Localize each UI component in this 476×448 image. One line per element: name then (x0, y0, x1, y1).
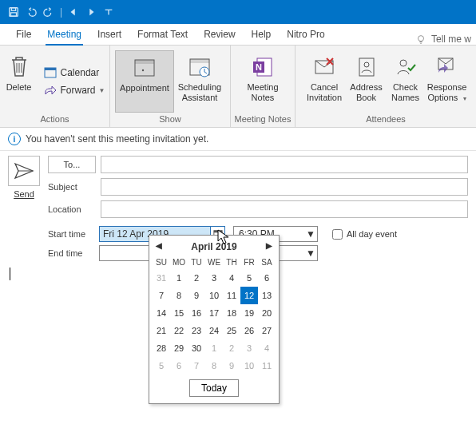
datepicker-day[interactable]: 1 (170, 269, 188, 287)
meeting-notes-button[interactable]: N Meeting Notes (236, 50, 290, 113)
group-actions-label: Actions (40, 113, 69, 125)
datepicker-day[interactable]: 2 (223, 339, 240, 357)
datepicker-day[interactable]: 29 (170, 339, 188, 357)
send-button[interactable] (8, 156, 40, 186)
address-book-button[interactable]: Address Book (347, 50, 387, 113)
datepicker-day[interactable]: 2 (188, 269, 205, 287)
appointment-button[interactable]: Appointment (115, 50, 174, 113)
datepicker-dow: TH (223, 255, 240, 269)
save-icon[interactable] (5, 3, 22, 21)
datepicker-day[interactable]: 25 (223, 322, 240, 339)
svg-rect-5 (45, 68, 56, 70)
undo-icon[interactable] (22, 3, 40, 21)
datepicker-day[interactable]: 23 (188, 322, 205, 339)
to-button[interactable]: To... (48, 156, 96, 173)
datepicker-day[interactable]: 18 (223, 304, 240, 322)
cancel-invitation-button[interactable]: Cancel Invitation (303, 50, 347, 113)
datepicker-day[interactable]: 7 (153, 287, 170, 304)
datepicker-day[interactable]: 22 (170, 322, 188, 339)
group-attendees-label: Attendees (366, 113, 406, 125)
datepicker-day[interactable]: 12 (240, 287, 258, 304)
datepicker-day[interactable]: 4 (258, 339, 276, 357)
svg-rect-2 (11, 13, 17, 16)
datepicker-day[interactable]: 20 (258, 304, 276, 322)
response-options-button[interactable]: Response Options ▾ (425, 50, 470, 113)
datepicker-day[interactable]: 6 (170, 357, 188, 375)
datepicker-day[interactable]: 9 (223, 357, 240, 375)
datepicker-day[interactable]: 27 (258, 322, 276, 339)
subject-label: Subject (48, 182, 96, 192)
location-field[interactable] (101, 200, 468, 218)
datepicker-day[interactable]: 14 (153, 304, 170, 322)
tab-file[interactable]: File (8, 26, 39, 45)
datepicker-day[interactable]: 19 (240, 304, 258, 322)
datepicker-day[interactable]: 8 (170, 287, 188, 304)
datepicker-day[interactable]: 15 (170, 304, 188, 322)
datepicker-day[interactable]: 7 (188, 357, 205, 375)
lightbulb-icon (415, 34, 426, 45)
datepicker-dow: MO (170, 255, 188, 269)
calendar-button[interactable]: Calendar (38, 64, 110, 81)
redo-icon[interactable] (40, 3, 58, 21)
scheduling-assistant-icon (186, 54, 213, 81)
datepicker-day[interactable]: 10 (205, 287, 223, 304)
datepicker-day[interactable]: 10 (240, 357, 258, 375)
next-month-button[interactable]: ▶ (266, 241, 272, 250)
datepicker-day[interactable]: 24 (205, 322, 223, 339)
delete-icon (6, 54, 33, 81)
cancel-invitation-label: Cancel Invitation (307, 82, 342, 103)
scheduling-assistant-button[interactable]: Scheduling Assistant (174, 50, 225, 113)
datepicker-day[interactable]: 16 (188, 304, 205, 322)
prev-item-icon[interactable] (65, 3, 82, 21)
tab-meeting[interactable]: Meeting (39, 26, 89, 45)
group-show: Appointment Scheduling Assistant Show (110, 46, 231, 127)
datepicker-day[interactable]: 28 (153, 339, 170, 357)
forward-button[interactable]: Forward ▼ (38, 81, 110, 99)
today-button[interactable]: Today (189, 379, 239, 397)
tab-review[interactable]: Review (196, 26, 243, 45)
tab-nitro-pro[interactable]: Nitro Pro (279, 26, 332, 45)
datepicker-day[interactable]: 31 (153, 269, 170, 287)
tab-help[interactable]: Help (244, 26, 280, 45)
customize-qat-icon[interactable] (100, 3, 117, 21)
datepicker-day[interactable]: 5 (153, 357, 170, 375)
all-day-checkbox[interactable]: All day event (329, 227, 397, 242)
tab-insert[interactable]: Insert (89, 26, 129, 45)
datepicker-day[interactable]: 6 (258, 269, 276, 287)
next-item-icon[interactable] (82, 3, 100, 21)
datepicker-day[interactable]: 11 (258, 357, 276, 375)
datepicker-day[interactable]: 30 (188, 339, 205, 357)
datepicker-day[interactable]: 3 (240, 339, 258, 357)
forward-icon (43, 83, 58, 97)
datepicker-day[interactable]: 8 (205, 357, 223, 375)
all-day-input[interactable] (332, 229, 343, 240)
tell-me-search[interactable]: Tell me w (415, 34, 476, 45)
datepicker-day[interactable]: 17 (205, 304, 223, 322)
tab-format-text[interactable]: Format Text (129, 26, 196, 45)
datepicker-day[interactable]: 4 (223, 269, 240, 287)
chevron-down-icon: ▼ (99, 87, 105, 94)
group-actions: Delete Calendar Forward ▼ Actions (0, 46, 110, 127)
datepicker-day[interactable]: 3 (205, 269, 223, 287)
datepicker-grid: SUMOTUWETHFRSA31123456789101112131415161… (153, 255, 276, 375)
group-attendees: Cancel Invitation Address Book Check Nam… (296, 46, 476, 127)
svg-rect-10 (190, 59, 209, 63)
datepicker-day[interactable]: 21 (153, 322, 170, 339)
location-label: Location (48, 204, 96, 214)
delete-button[interactable]: Delete (0, 50, 38, 113)
datepicker-day[interactable]: 1 (205, 339, 223, 357)
datepicker-day[interactable]: 5 (240, 269, 258, 287)
delete-label: Delete (6, 82, 32, 93)
datepicker-day[interactable]: 13 (258, 287, 276, 304)
to-field[interactable] (101, 156, 468, 173)
prev-month-button[interactable]: ◀ (156, 241, 162, 250)
check-names-button[interactable]: Check Names (387, 50, 425, 113)
datepicker-day[interactable]: 26 (240, 322, 258, 339)
response-options-label: Response Options ▾ (427, 82, 467, 104)
datepicker-dow: TU (188, 255, 205, 269)
datepicker-day[interactable]: 9 (188, 287, 205, 304)
subject-field[interactable] (101, 178, 468, 196)
chevron-down-icon: ▾ (461, 95, 466, 102)
datepicker-day[interactable]: 11 (223, 287, 240, 304)
forward-label: Forward (61, 85, 96, 96)
